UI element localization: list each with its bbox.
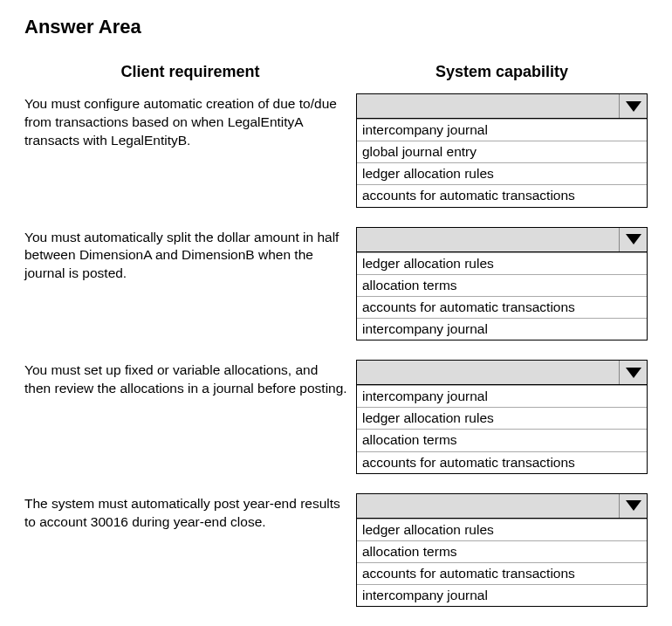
requirement-text: You must automatically split the dollar … bbox=[24, 227, 356, 341]
dropdown-option[interactable]: intercompany journal bbox=[357, 584, 647, 606]
chevron-down-icon bbox=[626, 234, 641, 244]
requirement-text: You must set up fixed or variable alloca… bbox=[24, 360, 356, 474]
dropdown-toggle[interactable] bbox=[619, 94, 647, 118]
dropdown-option[interactable]: allocation terms bbox=[357, 274, 647, 296]
dropdown[interactable]: ledger allocation rules allocation terms… bbox=[356, 493, 648, 608]
dropdown-option[interactable]: allocation terms bbox=[357, 540, 647, 562]
dropdown-header[interactable] bbox=[357, 228, 647, 252]
dropdown-option[interactable]: accounts for automatic transactions bbox=[357, 451, 647, 473]
capability-cell: intercompany journal global journal entr… bbox=[356, 93, 648, 208]
dropdown-option[interactable]: global journal entry bbox=[357, 141, 647, 162]
dropdown[interactable]: intercompany journal global journal entr… bbox=[356, 93, 648, 208]
header-system-capability: System capability bbox=[356, 63, 648, 81]
dropdown-option[interactable]: intercompany journal bbox=[357, 385, 647, 407]
dropdown-option[interactable]: ledger allocation rules bbox=[357, 162, 647, 184]
capability-cell: intercompany journal ledger allocation r… bbox=[356, 360, 648, 474]
chevron-down-icon bbox=[626, 101, 641, 112]
dropdown-option[interactable]: intercompany journal bbox=[357, 119, 647, 141]
dropdown[interactable]: intercompany journal ledger allocation r… bbox=[356, 360, 648, 474]
column-headers: Client requirement System capability bbox=[24, 63, 648, 81]
dropdown-toggle[interactable] bbox=[619, 228, 647, 251]
dropdown-option[interactable]: ledger allocation rules bbox=[357, 252, 647, 274]
dropdown-toggle[interactable] bbox=[619, 494, 647, 518]
dropdown-header[interactable] bbox=[357, 494, 647, 519]
requirement-text: You must configure automatic creation of… bbox=[24, 93, 356, 208]
dropdown-header[interactable] bbox=[357, 94, 647, 119]
dropdown-option[interactable]: accounts for automatic transactions bbox=[357, 296, 647, 318]
dropdown[interactable]: ledger allocation rules allocation terms… bbox=[356, 227, 648, 341]
dropdown-option[interactable]: ledger allocation rules bbox=[357, 519, 647, 540]
match-row: You must set up fixed or variable alloca… bbox=[24, 360, 648, 474]
dropdown-toggle[interactable] bbox=[619, 361, 647, 384]
dropdown-option[interactable]: accounts for automatic transactions bbox=[357, 562, 647, 584]
match-row: You must automatically split the dollar … bbox=[24, 227, 648, 341]
chevron-down-icon bbox=[626, 500, 641, 511]
dropdown-option[interactable]: ledger allocation rules bbox=[357, 407, 647, 429]
match-row: The system must automatically post year-… bbox=[24, 493, 648, 608]
page-title: Answer Area bbox=[24, 16, 648, 38]
capability-cell: ledger allocation rules allocation terms… bbox=[356, 493, 648, 608]
capability-cell: ledger allocation rules allocation terms… bbox=[356, 227, 648, 341]
dropdown-header[interactable] bbox=[357, 361, 647, 385]
match-row: You must configure automatic creation of… bbox=[24, 93, 648, 208]
header-client-requirement: Client requirement bbox=[24, 63, 356, 81]
dropdown-option[interactable]: accounts for automatic transactions bbox=[357, 184, 647, 206]
dropdown-option[interactable]: allocation terms bbox=[357, 429, 647, 451]
chevron-down-icon bbox=[626, 368, 641, 378]
requirement-text: The system must automatically post year-… bbox=[24, 493, 356, 608]
dropdown-option[interactable]: intercompany journal bbox=[357, 318, 647, 340]
